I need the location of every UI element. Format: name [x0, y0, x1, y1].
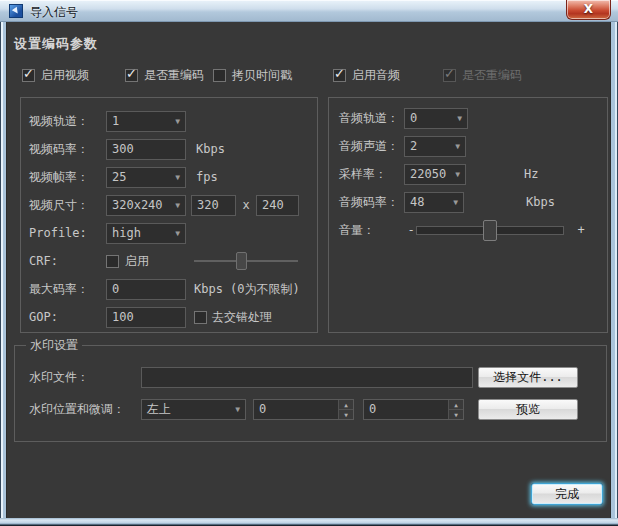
- chevron-down-icon: ▼: [455, 142, 460, 151]
- crf-slider-thumb[interactable]: [236, 252, 247, 270]
- checkbox[interactable]: ✓: [333, 69, 346, 82]
- video-size-label: 视频尺寸：: [29, 197, 106, 214]
- window-title: 导入信号: [30, 4, 78, 21]
- video-size-select[interactable]: 320x240 ▼: [106, 195, 186, 216]
- audio-track-select[interactable]: 0 ▼: [404, 108, 468, 129]
- audio-track-value: 0: [410, 111, 417, 125]
- samplerate-label: 采样率：: [339, 166, 404, 183]
- offset-x-value[interactable]: 0: [254, 400, 338, 419]
- chevron-down-icon: ▼: [175, 117, 180, 126]
- audio-bitrate-label: 音频码率：: [339, 194, 404, 211]
- volume-plus[interactable]: +: [576, 223, 586, 237]
- choose-file-button[interactable]: 选择文件...: [478, 367, 578, 388]
- watermark-file-label: 水印文件：: [29, 369, 141, 386]
- watermark-position-select[interactable]: 左上 ▼: [141, 399, 246, 420]
- max-bitrate-input[interactable]: [106, 279, 186, 300]
- preview-label: 预览: [516, 401, 540, 418]
- crf-enable-checkbox[interactable]: [106, 255, 119, 268]
- checkbox[interactable]: [213, 69, 226, 82]
- audio-settings-group: 音频轨道： 0 ▼ 音频声道： 2 ▼ 采样率： 22050 ▼ H: [328, 97, 608, 333]
- window-frame-left: [0, 22, 7, 526]
- deinterlace-label: 去交错处理: [212, 309, 272, 326]
- crf-slider[interactable]: [194, 252, 298, 270]
- watermark-position-label: 水印位置和微调：: [29, 401, 141, 418]
- samplerate-select[interactable]: 22050 ▼: [404, 164, 466, 185]
- deinterlace-checkbox[interactable]: [194, 311, 207, 324]
- profile-value: high: [112, 226, 141, 240]
- crf-enable-label: 启用: [125, 253, 149, 270]
- check-icon: ✓: [126, 66, 137, 81]
- section-title: 设置编码参数: [14, 35, 98, 53]
- reencode-audio-checkbox: ✓ 是否重编码: [443, 67, 522, 84]
- watermark-offset-x-spinner[interactable]: 0 ▲ ▼: [253, 399, 354, 420]
- close-icon: X: [584, 2, 593, 16]
- spinner-down-icon[interactable]: ▼: [339, 410, 353, 419]
- check-icon: ✓: [444, 66, 455, 81]
- chevron-down-icon: ▼: [175, 201, 180, 210]
- audio-bitrate-value: 48: [410, 195, 424, 209]
- reencode-video-label: 是否重编码: [144, 67, 204, 84]
- done-label: 完成: [555, 486, 579, 503]
- watermark-offset-y-spinner[interactable]: 0 ▲ ▼: [363, 399, 464, 420]
- gop-label: GOP:: [29, 310, 106, 324]
- copy-timestamp-checkbox[interactable]: 拷贝时间戳: [213, 67, 292, 84]
- enable-video-label: 启用视频: [41, 67, 89, 84]
- video-bitrate-label: 视频码率：: [29, 141, 106, 158]
- video-framerate-select[interactable]: 25 ▼: [106, 167, 186, 188]
- video-track-label: 视频轨道：: [29, 113, 106, 130]
- audio-channels-select[interactable]: 2 ▼: [404, 136, 466, 157]
- audio-track-label: 音频轨道：: [339, 110, 404, 127]
- check-icon: ✓: [23, 66, 34, 81]
- chevron-down-icon: ▼: [455, 170, 460, 179]
- window-frame-bottom: [0, 518, 618, 526]
- video-width-input[interactable]: [191, 195, 236, 216]
- max-bitrate-unit: Kbps (0为不限制): [194, 281, 300, 298]
- video-track-select[interactable]: 1 ▼: [106, 111, 186, 132]
- video-size-value: 320x240: [112, 198, 163, 212]
- checkbox[interactable]: ✓: [22, 69, 35, 82]
- enable-audio-checkbox[interactable]: ✓ 启用音频: [333, 67, 400, 84]
- watermark-file-input[interactable]: [141, 367, 473, 388]
- close-button[interactable]: X: [566, 0, 611, 20]
- spinner-up-icon[interactable]: ▲: [449, 400, 463, 410]
- chevron-down-icon: ▼: [453, 198, 458, 207]
- chevron-down-icon: ▼: [175, 229, 180, 238]
- app-icon: [9, 4, 23, 18]
- check-icon: ✓: [334, 66, 345, 81]
- watermark-group-label: 水印设置: [26, 337, 82, 354]
- chevron-down-icon: ▼: [235, 405, 240, 414]
- size-separator: x: [236, 198, 256, 212]
- dialog-body: 设置编码参数 ✓ 启用视频 ✓ 是否重编码 拷贝时间戳 ✓ 启用音频 ✓ 是否重…: [7, 22, 610, 518]
- enable-video-checkbox[interactable]: ✓ 启用视频: [22, 67, 89, 84]
- audio-bitrate-unit: Kbps: [526, 195, 555, 209]
- watermark-position-value: 左上: [147, 401, 171, 418]
- title-bar[interactable]: 导入信号 X: [0, 0, 618, 22]
- video-bitrate-unit: Kbps: [196, 142, 225, 156]
- crf-label: CRF:: [29, 254, 106, 268]
- video-height-input[interactable]: [256, 195, 299, 216]
- offset-y-value[interactable]: 0: [364, 400, 448, 419]
- checkbox: ✓: [443, 69, 456, 82]
- samplerate-value: 22050: [410, 167, 446, 181]
- import-signal-dialog: 导入信号 X 设置编码参数 ✓ 启用视频 ✓ 是否重编码 拷贝时间戳 ✓ 启用音…: [0, 0, 618, 526]
- checkbox[interactable]: ✓: [125, 69, 138, 82]
- volume-slider-thumb[interactable]: [483, 220, 497, 241]
- video-bitrate-input[interactable]: [106, 139, 186, 160]
- max-bitrate-label: 最大码率：: [29, 281, 106, 298]
- video-track-value: 1: [112, 114, 119, 128]
- spinner-up-icon[interactable]: ▲: [339, 400, 353, 410]
- audio-bitrate-select[interactable]: 48 ▼: [404, 192, 464, 213]
- choose-file-label: 选择文件...: [493, 369, 563, 386]
- reencode-video-checkbox[interactable]: ✓ 是否重编码: [125, 67, 204, 84]
- video-settings-group: 视频轨道： 1 ▼ 视频码率： Kbps 视频帧率： 25 ▼ fps: [20, 97, 318, 333]
- gop-input[interactable]: [106, 307, 186, 328]
- window-frame-right: [610, 22, 618, 526]
- copy-timestamp-label: 拷贝时间戳: [232, 67, 292, 84]
- spinner-down-icon[interactable]: ▼: [449, 410, 463, 419]
- volume-minus[interactable]: -: [406, 223, 416, 237]
- samplerate-unit: Hz: [524, 167, 538, 181]
- profile-select[interactable]: high ▼: [106, 223, 186, 244]
- volume-slider[interactable]: [416, 226, 564, 235]
- preview-button[interactable]: 预览: [478, 399, 578, 420]
- done-button[interactable]: 完成: [531, 483, 603, 505]
